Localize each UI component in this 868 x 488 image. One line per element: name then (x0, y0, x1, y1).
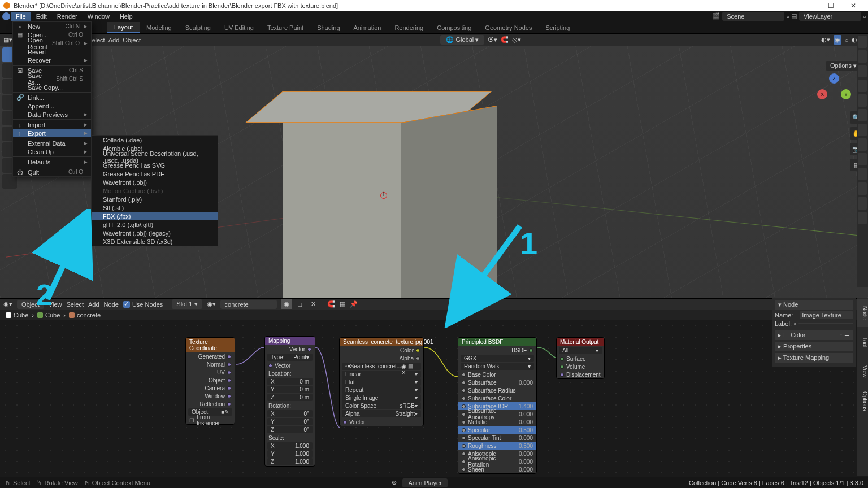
scene-field[interactable]: Scene (722, 12, 784, 21)
file-menu-revert[interactable]: Revert (13, 47, 91, 56)
tab-output-props[interactable] (858, 50, 867, 63)
node-material-output[interactable]: Material Output All▾ Surface Volume Disp… (556, 337, 605, 379)
export-gltf-2-0-glb-gltf-[interactable]: glTF 2.0 (.glb/.gltf) (92, 220, 218, 229)
tab-material-props[interactable] (858, 197, 867, 210)
node-name-input[interactable]: Image Texture (800, 311, 853, 319)
proportional-edit-button[interactable]: ◎▾ (512, 36, 521, 43)
tab-sculpting[interactable]: Sculpting (179, 23, 218, 33)
overlay-node-button[interactable]: ▦ (340, 300, 345, 308)
file-menu-recover[interactable]: Recover▸ (13, 56, 91, 64)
nhdr-node[interactable]: Node (104, 301, 119, 308)
maximize-button[interactable]: ☐ (819, 2, 842, 10)
file-menu-open-recent[interactable]: Open RecentShift Ctrl O▸ (13, 39, 91, 47)
add-workspace-button[interactable]: + (576, 23, 593, 33)
file-menu-data-previews[interactable]: Data Previews▸ (13, 110, 91, 119)
menu-render[interactable]: Render (53, 12, 82, 21)
file-menu-import[interactable]: ↓Import▸ (13, 120, 91, 129)
anim-player-button[interactable]: Anim Player (402, 478, 447, 487)
npanel-props-header[interactable]: Properties (783, 343, 811, 350)
blender-logo-icon[interactable] (2, 12, 10, 20)
pivot-button[interactable]: ⦿▾ (488, 36, 497, 43)
nhdr-view[interactable]: View (49, 301, 62, 308)
close-window-button[interactable]: ✕ (842, 2, 865, 10)
sidetab-tool[interactable]: Tool (857, 328, 868, 356)
node-editor-canvas[interactable]: Texture Coordinate GeneratedNormalUVObje… (0, 320, 868, 485)
viewport-options-button[interactable]: Options ▾ (826, 61, 861, 71)
file-menu-export[interactable]: ↑Export▸ (13, 129, 91, 137)
file-menu-clean-up[interactable]: Clean Up▸ (13, 147, 91, 156)
nhdr-select[interactable]: Select (66, 301, 84, 308)
file-menu-quit[interactable]: ⏻QuitCtrl Q (13, 168, 91, 176)
tab-object-props[interactable] (858, 109, 867, 121)
tab-rendering[interactable]: Rendering (388, 23, 430, 33)
nhdr-add[interactable]: Add (88, 301, 99, 308)
browse-viewlayer-button[interactable]: ▫ (863, 13, 866, 20)
pin-button[interactable]: 📌 (350, 300, 358, 308)
material-pin-button[interactable]: ◉ (281, 299, 292, 309)
tab-scripting[interactable]: Scripting (539, 23, 576, 33)
export-wavefront-obj-legacy-[interactable]: Wavefront (.obj) (legacy) (92, 229, 218, 237)
tab-layout[interactable]: Layout (107, 22, 140, 33)
export-wavefront-obj-[interactable]: Wavefront (.obj) (92, 178, 218, 186)
hdr-object[interactable]: Object (123, 37, 141, 43)
export-stl-stl-[interactable]: Stl (.stl) (92, 203, 218, 212)
file-menu-external-data[interactable]: External Data▸ (13, 139, 91, 147)
tab-render-props[interactable] (858, 36, 867, 48)
browse-scene-button[interactable]: ▫ (787, 13, 789, 20)
tab-scene-props[interactable] (858, 80, 867, 92)
shading-wire-button[interactable]: ○ (845, 37, 849, 43)
node-mode-dropdown[interactable]: Object (17, 300, 44, 309)
menu-edit[interactable]: Edit (32, 12, 51, 21)
file-menu-save-copy-[interactable]: Save Copy... (13, 83, 91, 91)
sidetab-node[interactable]: Node (857, 299, 868, 327)
menu-file[interactable]: File (11, 12, 31, 21)
tab-animation[interactable]: Animation (347, 23, 388, 33)
material-fake-user-button[interactable]: □ (296, 300, 305, 309)
snap-node-button[interactable]: 🧲 (327, 300, 335, 308)
file-menu-open-[interactable]: ▤Open...Ctrl O (13, 30, 91, 39)
minimize-button[interactable]: — (797, 2, 819, 10)
tab-geometry-nodes[interactable]: Geometry Nodes (478, 23, 539, 33)
npanel-texmap-header[interactable]: Texture Mapping (783, 354, 829, 361)
material-name-field[interactable]: concrete (220, 300, 277, 309)
file-menu-save[interactable]: 🖫SaveCtrl S (13, 66, 91, 75)
crumb-object[interactable]: Cube (14, 312, 28, 319)
node-principled-bsdf[interactable]: Principled BSDF BSDF GGX▾ Random Walk▾ B… (458, 337, 537, 474)
tab-world-props[interactable] (858, 94, 867, 107)
file-menu-defaults[interactable]: Defaults▸ (13, 158, 91, 166)
editor-type-button[interactable]: ▦▾ (3, 36, 12, 43)
orientation-dropdown[interactable]: 🌐 Global ▾ (440, 35, 484, 45)
export-x3d-extensible-3d-x3d-[interactable]: X3D Extensible 3D (.x3d) (92, 237, 218, 246)
crumb-mesh[interactable]: Cube (45, 312, 60, 319)
tab-particle-props[interactable] (858, 138, 867, 151)
viewlayer-field[interactable]: ViewLayer (799, 12, 861, 21)
npanel-node-header[interactable]: Node (783, 301, 798, 308)
hdr-add[interactable]: Add (108, 37, 120, 43)
menu-window[interactable]: Window (83, 12, 114, 21)
tab-uv-editing[interactable]: UV Editing (218, 23, 261, 33)
tab-modeling[interactable]: Modeling (140, 23, 179, 33)
tab-modifier-props[interactable] (858, 124, 867, 136)
node-texture-coordinate[interactable]: Texture Coordinate GeneratedNormalUVObje… (185, 337, 235, 425)
tab-shading[interactable]: Shading (310, 23, 346, 33)
export-grease-pencil-as-pdf[interactable]: Grease Pencil as PDF (92, 169, 218, 178)
export-collada-dae-[interactable]: Collada (.dae) (92, 136, 218, 144)
use-nodes-checkbox[interactable]: ✓ Use Nodes (123, 301, 163, 308)
tab-texture-paint[interactable]: Texture Paint (261, 23, 310, 33)
tab-compositing[interactable]: Compositing (430, 23, 478, 33)
snap-button[interactable]: 🧲 (501, 36, 509, 43)
npanel-color-header[interactable]: Color (791, 332, 805, 338)
export-universal-scene-description-usd-usdc-usda-[interactable]: Universal Scene Description (.usd, .usdc… (92, 152, 218, 161)
sidetab-view[interactable]: View (857, 358, 868, 386)
sidetab-options[interactable]: Options (857, 387, 868, 415)
anim-close-button[interactable]: ⊗ (392, 479, 397, 486)
node-label-input[interactable] (798, 323, 853, 324)
nav-gizmo[interactable]: ZXY (817, 73, 851, 107)
material-unlink-button[interactable]: ✕ (309, 299, 318, 309)
node-mapping[interactable]: Mapping Vector Type:Point▾ Vector Locati… (264, 336, 315, 467)
node-image-texture[interactable]: Seamless_concrete_texture.jpg.001 Color … (339, 337, 424, 426)
tab-texture-props[interactable] (858, 212, 867, 224)
tab-constraint-props[interactable] (858, 168, 867, 180)
file-menu-new[interactable]: ▫NewCtrl N▸ (13, 22, 91, 30)
export-stanford-ply-[interactable]: Stanford (.ply) (92, 195, 218, 203)
